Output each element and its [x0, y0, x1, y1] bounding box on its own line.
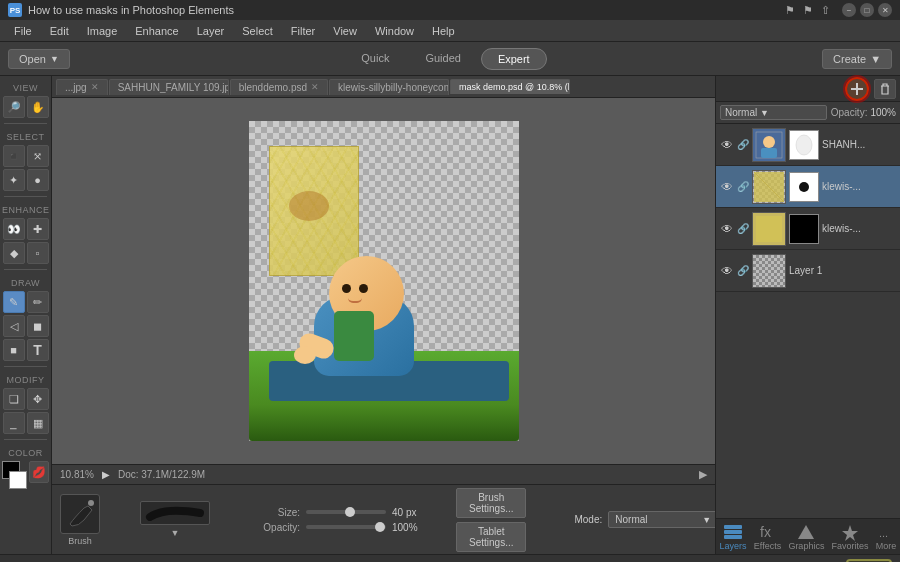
marquee-tool[interactable]: ◾	[3, 145, 25, 167]
create-button[interactable]: Create ▼	[822, 49, 892, 69]
menu-select[interactable]: Select	[234, 23, 281, 39]
clone-tool[interactable]: ◆	[3, 242, 25, 264]
text-tool[interactable]: T	[27, 339, 49, 361]
menu-layer[interactable]: Layer	[189, 23, 233, 39]
opacity-slider[interactable]	[306, 525, 386, 529]
favorites-tab[interactable]: Favorites	[832, 523, 869, 551]
lasso-tool[interactable]: ⤧	[27, 145, 49, 167]
selection-brush[interactable]: ●	[27, 169, 49, 191]
info-arrow[interactable]: ▶	[102, 469, 110, 480]
menu-filter[interactable]: Filter	[283, 23, 323, 39]
layer-name-1: SHANH...	[822, 139, 896, 150]
layer-item-3[interactable]: 👁 🔗 klewis-...	[716, 208, 900, 250]
tab-3[interactable]: blenddemo.psd ✕	[230, 79, 328, 95]
photo-bin-button[interactable]: Photo Bin	[0, 558, 56, 563]
center-task-button[interactable]	[846, 559, 892, 563]
tab-expert[interactable]: Expert	[481, 48, 547, 70]
opacity-value[interactable]: 100%	[870, 107, 896, 118]
layer-visibility-4[interactable]: 👁	[720, 264, 734, 278]
tab-guided[interactable]: Guided	[409, 48, 476, 70]
brush-settings-button[interactable]: Brush Settings...	[456, 488, 526, 518]
organizer-button[interactable]: Organizer	[351, 558, 407, 563]
move-tool[interactable]: ✥	[27, 388, 49, 410]
blend-mode-select[interactable]: Normal ▼	[720, 105, 827, 120]
svg-rect-6	[761, 148, 777, 158]
tab-4[interactable]: klewis-sillybilly-honeycomb.jpg ✕	[329, 79, 449, 95]
eyedropper-tool[interactable]: 💋	[29, 461, 49, 483]
layer-visibility-2[interactable]: 👁	[720, 180, 734, 194]
info-expand[interactable]: ▶	[699, 468, 707, 481]
canvas-scroll[interactable]	[52, 98, 715, 464]
tab-2[interactable]: SAHHUN_FAMILY 109.jpg ✕	[109, 79, 229, 95]
layers-tab[interactable]: Layers	[720, 523, 747, 551]
open-button[interactable]: Open ▼	[8, 49, 70, 69]
new-layer-button[interactable]	[845, 77, 869, 101]
tab-close-1[interactable]: ✕	[91, 82, 99, 92]
mode-row: Mode: Normal ▼	[574, 511, 715, 528]
brush-shape-btn[interactable]	[140, 501, 210, 525]
minimize-button[interactable]: −	[842, 3, 856, 17]
menu-image[interactable]: Image	[79, 23, 126, 39]
mode-section: Mode: Normal ▼	[574, 511, 715, 528]
menu-enhance[interactable]: Enhance	[127, 23, 186, 39]
tablet-settings-button[interactable]: Tablet Settings...	[456, 522, 526, 552]
effects-tab[interactable]: fx Effects	[754, 523, 781, 551]
brush-options: Size: 40 px Opacity: 100%	[250, 507, 432, 533]
menu-window[interactable]: Window	[367, 23, 422, 39]
magic-wand-tool[interactable]: ✦	[3, 169, 25, 191]
tab-1[interactable]: ...jpg ✕	[56, 79, 108, 95]
fill-tool[interactable]: ◼	[27, 315, 49, 337]
view-tools: 🔎 ✋	[2, 96, 49, 118]
menu-help[interactable]: Help	[424, 23, 463, 39]
svg-marker-22	[842, 525, 858, 541]
tab-close-3[interactable]: ✕	[311, 82, 319, 92]
layout-button[interactable]: Layout	[295, 558, 351, 563]
heal-tool[interactable]: ▫	[27, 242, 49, 264]
svg-rect-14	[756, 216, 782, 242]
straighten-tool[interactable]: ⎯	[3, 412, 25, 434]
menu-file[interactable]: File	[6, 23, 40, 39]
eye-tool[interactable]: 👀	[3, 218, 25, 240]
modify-tools-1: ❏ ✥	[2, 388, 49, 410]
shape-tool[interactable]: ■	[3, 339, 25, 361]
undo-button[interactable]: Undo	[127, 558, 183, 563]
tab-quick[interactable]: Quick	[345, 48, 405, 70]
flag-icon[interactable]: ⚑	[803, 4, 813, 17]
layer-visibility-1[interactable]: 👁	[720, 138, 734, 152]
menu-edit[interactable]: Edit	[42, 23, 77, 39]
eraser-tool[interactable]: ◁	[3, 315, 25, 337]
color-swatches[interactable]	[2, 461, 27, 489]
zoom-tool[interactable]: 🔎	[3, 96, 25, 118]
mode-label: Mode:	[574, 514, 602, 525]
background-color[interactable]	[9, 471, 27, 489]
close-button[interactable]: ✕	[878, 3, 892, 17]
size-slider[interactable]	[306, 510, 386, 514]
redo-button[interactable]: Redo	[183, 558, 239, 563]
tab-5[interactable]: mask demo.psd @ 10.8% (klewis-sillybilly…	[450, 79, 570, 94]
layer-visibility-3[interactable]: 👁	[720, 222, 734, 236]
crop-tool[interactable]: ❏	[3, 388, 25, 410]
hand-tool[interactable]: ✋	[27, 96, 49, 118]
info-bar: 10.81% ▶ Doc: 37.1M/122.9M ▶	[52, 464, 715, 484]
layer-item-1[interactable]: 👁 🔗 SHANH...	[716, 124, 900, 166]
rotate-button[interactable]: Rotate	[239, 558, 295, 563]
share-icon[interactable]: ⇧	[821, 4, 830, 17]
more-tab[interactable]: ... More	[876, 523, 897, 551]
brush-tool[interactable]: ✎	[3, 291, 25, 313]
tool-options-button[interactable]: Tool Options	[56, 558, 122, 563]
maximize-button[interactable]: □	[860, 3, 874, 17]
layer-item-4[interactable]: 👁 🔗 Layer 1	[716, 250, 900, 292]
recompose-tool[interactable]: ▦	[27, 412, 49, 434]
svg-point-0	[88, 500, 94, 506]
mode-select[interactable]: Normal ▼	[608, 511, 715, 528]
pencil-tool[interactable]: ✏	[27, 291, 49, 313]
layer-item-2[interactable]: 👁 🔗 klewis-...	[716, 166, 900, 208]
menu-view[interactable]: View	[325, 23, 365, 39]
brush-label: Brush	[68, 536, 92, 546]
delete-layer-button[interactable]	[874, 79, 896, 99]
graphics-tab[interactable]: Graphics	[788, 523, 824, 551]
brush-dropdown-arrow[interactable]: ▼	[171, 528, 180, 538]
bookmark-icon[interactable]: ⚑	[785, 4, 795, 17]
red-eye-tool[interactable]: ✚	[27, 218, 49, 240]
svg-point-5	[763, 136, 775, 148]
